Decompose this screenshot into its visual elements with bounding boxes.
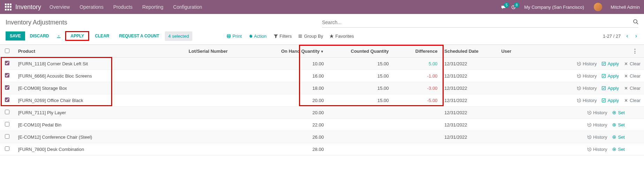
cell-scheduled[interactable]: 12/31/2022 bbox=[441, 58, 498, 70]
cell-scheduled[interactable]: 12/31/2022 bbox=[441, 94, 498, 107]
table-row[interactable]: [E-COM10] Pedal Bin 22.00 12/31/2022 His… bbox=[0, 119, 644, 131]
cell-user[interactable] bbox=[498, 94, 530, 107]
print-button[interactable]: Print bbox=[227, 34, 242, 39]
cell-user[interactable] bbox=[498, 107, 530, 119]
history-link[interactable]: History bbox=[587, 134, 607, 140]
cell-onhand[interactable]: 28.00 bbox=[258, 143, 327, 155]
history-link[interactable]: History bbox=[587, 147, 607, 152]
history-link[interactable]: History bbox=[587, 122, 607, 128]
nav-products[interactable]: Products bbox=[113, 4, 132, 10]
cell-counted[interactable]: 15.00 bbox=[327, 94, 392, 107]
clear-link[interactable]: Clear bbox=[624, 98, 641, 103]
save-button[interactable]: SAVE bbox=[6, 31, 25, 41]
cell-scheduled[interactable] bbox=[441, 143, 498, 155]
col-product[interactable]: Product bbox=[15, 45, 185, 58]
table-row[interactable]: [E-COM12] Conference Chair (Steel) 26.00… bbox=[0, 131, 644, 143]
apply-link[interactable]: Apply bbox=[601, 73, 619, 79]
row-checkbox[interactable] bbox=[5, 61, 9, 65]
cell-user[interactable] bbox=[498, 131, 530, 143]
table-row[interactable]: [FURN_1118] Corner Desk Left Sit 10.00 1… bbox=[0, 58, 644, 70]
cell-lot[interactable] bbox=[185, 119, 258, 131]
clear-button[interactable]: CLEAR bbox=[91, 31, 113, 41]
cell-product[interactable]: [E-COM10] Pedal Bin bbox=[15, 119, 185, 131]
app-brand[interactable]: Inventory bbox=[15, 3, 41, 11]
apply-link[interactable]: Apply bbox=[601, 61, 619, 66]
nav-operations[interactable]: Operations bbox=[79, 4, 103, 10]
col-scheduled[interactable]: Scheduled Date bbox=[441, 45, 498, 58]
row-checkbox[interactable] bbox=[5, 134, 9, 139]
cell-counted[interactable]: 15.00 bbox=[327, 82, 392, 94]
set-link[interactable]: Set bbox=[612, 134, 625, 140]
cell-scheduled[interactable]: 12/31/2022 bbox=[441, 119, 498, 131]
cell-product[interactable]: [FURN_1118] Corner Desk Left Sit bbox=[15, 58, 185, 70]
col-onhand[interactable]: On Hand Quantity▼ bbox=[258, 45, 327, 58]
table-row[interactable]: [FURN_6666] Acoustic Bloc Screens 16.00 … bbox=[0, 70, 644, 82]
apply-link[interactable]: Apply bbox=[601, 86, 619, 91]
pager-prev[interactable]: ‹ bbox=[625, 33, 629, 39]
cell-onhand[interactable]: 10.00 bbox=[258, 58, 327, 70]
col-counted[interactable]: Counted Quantity bbox=[327, 45, 392, 58]
cell-onhand[interactable]: 20.00 bbox=[258, 94, 327, 107]
cell-counted[interactable]: 15.00 bbox=[327, 58, 392, 70]
cell-counted[interactable] bbox=[327, 107, 392, 119]
cell-scheduled[interactable]: 12/31/2022 bbox=[441, 131, 498, 143]
table-row[interactable]: [E-COM08] Storage Box 18.00 15.00 -3.00 … bbox=[0, 82, 644, 94]
cell-user[interactable] bbox=[498, 143, 530, 155]
filters-button[interactable]: Filters bbox=[274, 34, 292, 39]
cell-counted[interactable] bbox=[327, 143, 392, 155]
cell-product[interactable]: [FURN_0269] Office Chair Black bbox=[15, 94, 185, 107]
set-link[interactable]: Set bbox=[612, 122, 625, 128]
cell-product[interactable]: [FURN_7111] Ply Layer bbox=[15, 107, 185, 119]
username[interactable]: Mitchell Admin bbox=[611, 5, 640, 10]
cell-scheduled[interactable]: 12/31/2022 bbox=[441, 107, 498, 119]
col-diff[interactable]: Difference bbox=[392, 45, 441, 58]
set-link[interactable]: Set bbox=[612, 110, 625, 115]
pager-text[interactable]: 1-27 / 27 bbox=[603, 34, 621, 39]
messages-icon[interactable]: 5 bbox=[501, 5, 506, 10]
cell-onhand[interactable]: 18.00 bbox=[258, 82, 327, 94]
nav-reporting[interactable]: Reporting bbox=[142, 4, 163, 10]
row-checkbox[interactable] bbox=[5, 110, 9, 114]
cell-user[interactable] bbox=[498, 70, 530, 82]
cell-onhand[interactable]: 22.00 bbox=[258, 119, 327, 131]
clear-link[interactable]: Clear bbox=[624, 86, 641, 91]
col-lot[interactable]: Lot/Serial Number bbox=[185, 45, 258, 58]
column-options-icon[interactable]: ⋮ bbox=[629, 48, 641, 54]
favorites-button[interactable]: Favorites bbox=[329, 34, 354, 39]
cell-onhand[interactable]: 26.00 bbox=[258, 131, 327, 143]
cell-product[interactable]: [FURN_7800] Desk Combination bbox=[15, 143, 185, 155]
cell-lot[interactable] bbox=[185, 70, 258, 82]
apply-link[interactable]: Apply bbox=[601, 98, 619, 103]
pager-next[interactable]: › bbox=[634, 33, 638, 39]
table-row[interactable]: [FURN_7800] Desk Combination 28.00 Histo… bbox=[0, 143, 644, 155]
col-user[interactable]: User bbox=[498, 45, 530, 58]
cell-lot[interactable] bbox=[185, 107, 258, 119]
history-link[interactable]: History bbox=[577, 73, 597, 79]
cell-user[interactable] bbox=[498, 119, 530, 131]
discard-button[interactable]: DISCARD bbox=[26, 31, 53, 41]
history-link[interactable]: History bbox=[577, 98, 597, 103]
groupby-button[interactable]: Group By bbox=[298, 34, 323, 39]
row-checkbox[interactable] bbox=[5, 85, 9, 90]
apps-icon[interactable] bbox=[4, 3, 13, 11]
cell-onhand[interactable]: 20.00 bbox=[258, 107, 327, 119]
search-input[interactable] bbox=[322, 20, 630, 25]
search-bar[interactable] bbox=[322, 17, 638, 28]
row-checkbox[interactable] bbox=[5, 146, 9, 151]
row-checkbox[interactable] bbox=[5, 97, 9, 102]
avatar[interactable] bbox=[594, 3, 602, 11]
request-count-button[interactable]: REQUEST A COUNT bbox=[115, 31, 163, 41]
table-row[interactable]: [FURN_7111] Ply Layer 20.00 12/31/2022 H… bbox=[0, 107, 644, 119]
clear-link[interactable]: Clear bbox=[624, 73, 641, 79]
cell-scheduled[interactable]: 12/31/2022 bbox=[441, 82, 498, 94]
cell-lot[interactable] bbox=[185, 94, 258, 107]
clear-link[interactable]: Clear bbox=[624, 61, 641, 66]
cell-lot[interactable] bbox=[185, 131, 258, 143]
history-link[interactable]: History bbox=[587, 110, 607, 115]
download-icon[interactable] bbox=[54, 31, 64, 41]
history-link[interactable]: History bbox=[577, 61, 597, 66]
cell-user[interactable] bbox=[498, 58, 530, 70]
cell-scheduled[interactable]: 12/31/2022 bbox=[441, 70, 498, 82]
row-checkbox[interactable] bbox=[5, 122, 9, 126]
select-all-checkbox[interactable] bbox=[5, 49, 9, 53]
